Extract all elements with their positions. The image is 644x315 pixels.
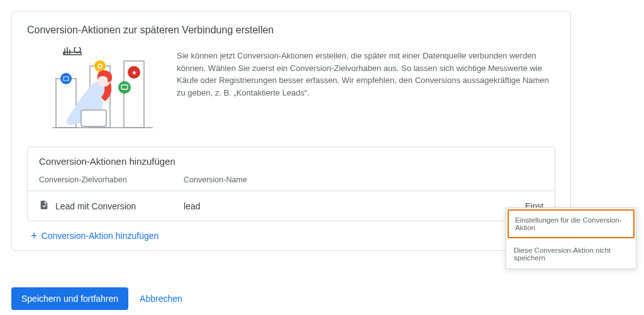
table-row: Lead mit Conversion lead Einst <box>28 191 555 221</box>
main-card: Conversion-Aktionen zur späteren Verbind… <box>11 11 571 251</box>
header-goal: Conversion-Zielvorhaben <box>39 175 184 184</box>
conversion-table-card: Conversion-Aktionen hinzufügen Conversio… <box>27 146 555 221</box>
footer-actions: Speichern und fortfahren Abbrechen <box>11 287 182 310</box>
table-title: Conversion-Aktionen hinzufügen <box>28 147 555 172</box>
svg-point-10 <box>94 60 106 72</box>
menu-item-do-not-save[interactable]: Diese Conversion-Aktion nicht speichern <box>506 240 636 268</box>
save-and-continue-button[interactable]: Speichern und fortfahren <box>11 287 128 310</box>
goal-cell: Lead mit Conversion <box>39 200 184 212</box>
card-title: Conversion-Aktionen zur späteren Verbind… <box>27 25 555 36</box>
table-header-row: Conversion-Zielvorhaben Conversion-Name <box>28 172 555 191</box>
row-context-menu: Einstellungen für die Conversion-Aktion … <box>506 207 636 269</box>
cancel-button[interactable]: Abbrechen <box>140 294 182 304</box>
hero-row: ★ Sie können jetzt Conversion-Aktionen e… <box>27 47 555 135</box>
svg-point-14 <box>118 81 131 94</box>
card-description: Sie können jetzt Conversion-Aktionen ers… <box>177 47 555 135</box>
add-conversion-action-link[interactable]: + Conversion-Aktion hinzufügen <box>27 228 158 241</box>
svg-rect-17 <box>81 110 106 126</box>
name-cell: lead <box>184 201 525 211</box>
goal-label: Lead mit Conversion <box>55 201 136 211</box>
add-link-label: Conversion-Aktion hinzufügen <box>42 231 159 241</box>
hero-illustration: ★ <box>27 47 159 135</box>
svg-rect-9 <box>64 77 69 80</box>
header-name: Conversion-Name <box>184 175 543 184</box>
lead-icon <box>39 200 49 212</box>
plus-icon: + <box>31 230 38 241</box>
menu-item-conversion-settings[interactable]: Einstellungen für die Conversion-Aktion <box>508 209 635 238</box>
svg-text:★: ★ <box>131 69 137 76</box>
